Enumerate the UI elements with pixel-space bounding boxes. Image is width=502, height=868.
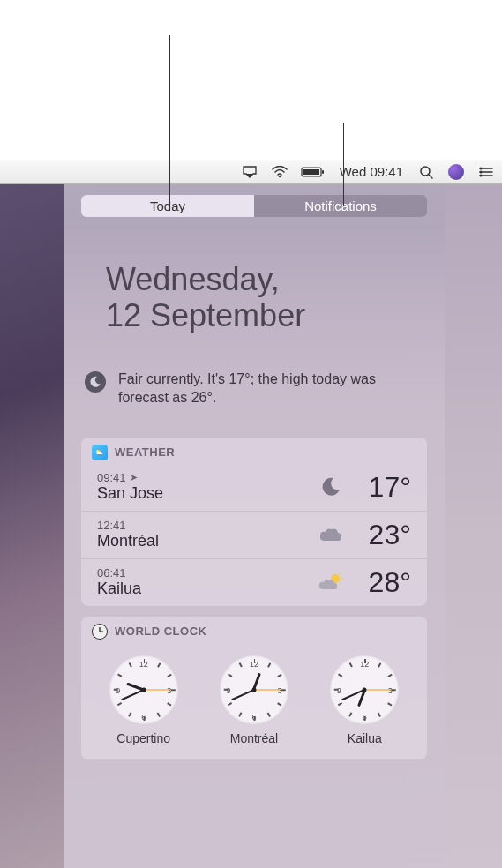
wifi-icon[interactable] — [271, 163, 288, 181]
today-date-header: Wednesday, 12 September — [81, 261, 427, 334]
weather-condition-icon — [316, 572, 346, 593]
siri-icon[interactable] — [447, 163, 465, 181]
weather-app-icon — [92, 445, 108, 460]
world-clock-item[interactable]: 12369Kailua — [330, 655, 399, 745]
clock-face: 12369 — [220, 655, 288, 724]
svg-point-9 — [480, 167, 483, 169]
clock-city-label: Kailua — [348, 731, 382, 745]
tab-notifications[interactable]: Notifications — [254, 195, 427, 217]
weather-widget[interactable]: WEATHER 09:41➤San Jose17°12:41Montréal23… — [81, 438, 427, 606]
airplay-icon[interactable] — [241, 163, 258, 181]
svg-point-0 — [279, 175, 281, 176]
moon-icon — [85, 371, 106, 393]
weather-location-temp: 23° — [346, 519, 411, 551]
desktop-background-left — [0, 184, 64, 868]
callout-line-notifications — [343, 123, 344, 206]
clocks-row: 12369Cupertino12369Montréal12369Kailua — [81, 643, 427, 760]
world-clock-widget[interactable]: WORLD CLOCK 12369Cupertino12369Montréal1… — [81, 617, 427, 760]
weather-condition-icon — [316, 475, 346, 498]
menubar-datetime[interactable]: Wed 09:41 — [338, 164, 405, 179]
weather-location-city: Montréal — [97, 532, 316, 550]
svg-point-11 — [480, 174, 483, 176]
weather-widget-title: WEATHER — [115, 445, 175, 459]
clock-city-label: Montréal — [230, 731, 278, 745]
clock-face: 12369 — [109, 655, 178, 724]
today-notifications-tabs: Today Notifications — [81, 195, 427, 217]
tab-today[interactable]: Today — [81, 195, 254, 217]
battery-icon[interactable] — [301, 163, 326, 181]
weather-condition-icon — [316, 525, 346, 544]
svg-point-10 — [480, 170, 483, 173]
weather-summary-row: Fair currently. It's 17°; the high today… — [81, 370, 427, 408]
callout-line-today — [169, 35, 170, 206]
weather-location-temp: 17° — [346, 471, 411, 504]
weather-location-temp: 28° — [346, 566, 411, 599]
svg-rect-2 — [303, 169, 319, 175]
weather-summary-text: Fair currently. It's 17°; the high today… — [118, 370, 423, 408]
svg-line-17 — [340, 583, 341, 585]
weather-widget-header: WEATHER — [81, 438, 427, 464]
svg-rect-3 — [322, 170, 324, 174]
world-clock-widget-title: WORLD CLOCK — [115, 625, 206, 638]
notification-center-panel: Today Notifications Wednesday, 12 Septem… — [64, 184, 445, 868]
desktop-background-right — [445, 184, 502, 868]
weather-location-time: 12:41 — [97, 519, 316, 532]
world-clock-item[interactable]: 12369Montréal — [220, 655, 288, 745]
weather-location-time: 06:41 — [97, 566, 316, 580]
world-clock-widget-header: WORLD CLOCK — [81, 617, 427, 643]
date-line-1: Wednesday, — [106, 261, 427, 297]
world-clock-item[interactable]: 12369Cupertino — [109, 655, 178, 745]
clock-face: 12369 — [330, 655, 399, 724]
clock-app-icon — [92, 624, 108, 640]
weather-location-row[interactable]: 12:41Montréal23° — [81, 511, 427, 558]
notification-center-icon[interactable] — [477, 163, 495, 181]
weather-location-row[interactable]: 09:41➤San Jose17° — [81, 464, 427, 511]
desktop: Wed 09:41 Today Notifications Wednesday,… — [0, 160, 502, 868]
location-arrow-icon: ➤ — [130, 472, 138, 483]
clock-city-label: Cupertino — [116, 731, 170, 745]
spotlight-icon[interactable] — [417, 163, 435, 181]
weather-location-city: Kailua — [97, 580, 316, 598]
weather-location-city: San Jose — [97, 484, 316, 503]
weather-location-time: 09:41➤ — [97, 471, 316, 484]
menubar: Wed 09:41 — [0, 160, 502, 184]
svg-line-16 — [340, 573, 341, 575]
svg-line-5 — [429, 175, 432, 178]
weather-location-row[interactable]: 06:41Kailua28° — [81, 558, 427, 606]
date-line-2: 12 September — [106, 297, 427, 333]
